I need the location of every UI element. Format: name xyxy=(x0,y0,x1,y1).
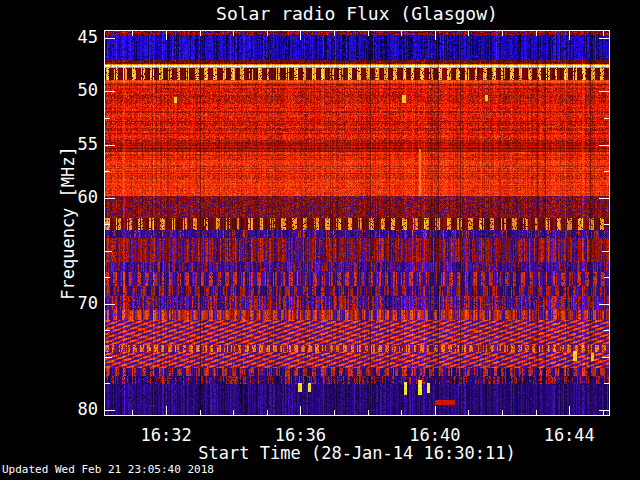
x-tick-label: 16:40 xyxy=(395,425,475,445)
y-tick-label: 80 xyxy=(52,399,98,419)
x-tick-label: 16:44 xyxy=(529,425,609,445)
y-tick-label: 60 xyxy=(52,187,98,207)
x-tick-label: 16:32 xyxy=(126,425,206,445)
x-axis-label: Start Time (28-Jan-14 16:30:11) xyxy=(105,443,609,463)
updated-timestamp: Updated Wed Feb 21 23:05:40 2018 xyxy=(2,463,214,476)
plot-area xyxy=(104,30,610,416)
chart-title: Solar radio Flux (Glasgow) xyxy=(105,4,609,24)
y-tick-label: 45 xyxy=(52,27,98,47)
y-tick-label: 70 xyxy=(52,293,98,313)
spectrogram-canvas xyxy=(105,31,609,415)
y-tick-label: 55 xyxy=(52,134,98,154)
app-window: Solar radio Flux (Glasgow) Frequency [MH… xyxy=(0,0,640,480)
y-tick-label: 50 xyxy=(52,80,98,100)
y-axis-label: Frequency [MHz] xyxy=(58,93,78,353)
x-tick-label: 16:36 xyxy=(260,425,340,445)
